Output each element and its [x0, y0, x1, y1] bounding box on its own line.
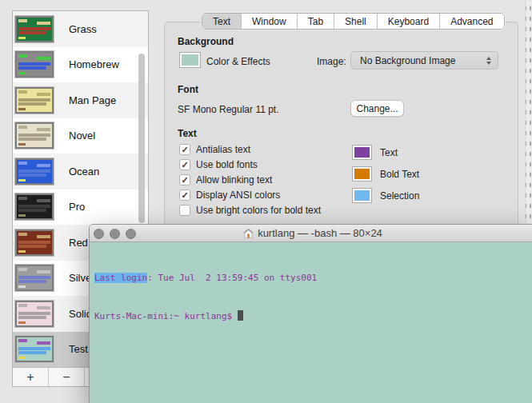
color-well-fill: [354, 147, 370, 158]
checkmark-icon: ✓: [181, 176, 188, 185]
profile-row-man-page[interactable]: Man Page: [13, 82, 148, 118]
terminal-cursor: [238, 310, 243, 321]
color-well-label: Text: [380, 147, 398, 158]
profile-thumbnail: [15, 301, 54, 327]
desktop-edge-strip: [525, 0, 532, 225]
tab-advanced[interactable]: Advanced: [440, 14, 503, 29]
profile-thumbnail: [15, 336, 54, 362]
tab-keyboard[interactable]: Keyboard: [378, 14, 440, 29]
change-font-button[interactable]: Change...: [350, 100, 404, 117]
checkbox-row-allow-blinking-text[interactable]: ✓ Allow blinking text: [179, 174, 321, 186]
color-well-label: Bold Text: [380, 169, 419, 180]
home-folder-icon: [243, 229, 254, 238]
tab-text[interactable]: Text: [202, 14, 242, 29]
text-section-title: Text: [178, 128, 197, 139]
minimize-button[interactable]: [110, 229, 120, 239]
settings-tabbar: TextWindowTabShellKeyboardAdvanced: [202, 13, 505, 30]
traffic-lights: [94, 229, 136, 239]
dropdown-chevrons-icon: [486, 57, 491, 65]
font-section-title: Font: [178, 84, 198, 95]
checkbox[interactable]: ✓: [179, 190, 190, 201]
checkbox[interactable]: ✓: [179, 159, 190, 170]
terminal-line-1: Last login: Tue Jul 2 13:59:45 on ttys00…: [94, 272, 532, 285]
color-well-label: Selection: [380, 190, 419, 202]
checkbox-label: Antialias text: [196, 144, 250, 155]
checkbox-row-antialias-text[interactable]: ✓ Antialias text: [179, 144, 321, 155]
profile-label: Man Page: [69, 94, 116, 106]
color-well-row-bold-text: Bold Text: [352, 166, 419, 182]
selected-text: Last login: [94, 273, 147, 283]
profile-thumbnail: [15, 51, 54, 78]
terminal-line-2: Kurts-Mac-mini:~ kurtlang$: [94, 310, 532, 323]
checkbox[interactable]: ✓: [179, 174, 190, 186]
profile-label: Test: [69, 343, 88, 355]
profile-label: Homebrew: [69, 58, 119, 70]
profile-label: Grass: [69, 23, 97, 35]
tab-window[interactable]: Window: [242, 14, 298, 29]
profile-row-novel[interactable]: Novel: [13, 118, 148, 154]
tab-shell[interactable]: Shell: [334, 14, 378, 29]
profile-label: Pro: [69, 201, 85, 213]
checkbox-label: Use bright colors for bold text: [196, 205, 321, 216]
color-well[interactable]: [352, 166, 372, 182]
profile-thumbnail: [15, 87, 54, 114]
profile-row-homebrew[interactable]: Homebrew: [13, 47, 148, 83]
profile-thumbnail: [15, 265, 54, 291]
add-profile-button[interactable]: +: [13, 368, 49, 386]
profiles-scrollbar-thumb[interactable]: [138, 54, 145, 223]
profile-row-pro[interactable]: Pro: [13, 190, 148, 225]
checkbox-label: Display ANSI colors: [196, 190, 280, 201]
zoom-button[interactable]: [126, 229, 136, 239]
checkmark-icon: ✓: [181, 146, 188, 154]
color-well-row-selection: Selection: [352, 188, 419, 203]
profile-row-ocean[interactable]: Ocean: [13, 154, 148, 190]
checkbox-row-use-bold-fonts[interactable]: ✓ Use bold fonts: [179, 159, 321, 170]
color-well-group: Text Bold Text Selection: [352, 145, 419, 203]
profile-thumbnail: [15, 16, 54, 42]
background-image-value: No Background Image: [360, 55, 486, 66]
background-color-swatch-fill: [182, 54, 198, 66]
color-well[interactable]: [352, 145, 372, 160]
background-image-dropdown[interactable]: No Background Image: [350, 51, 498, 70]
checkbox-row-display-ansi-colors[interactable]: ✓ Display ANSI colors: [179, 190, 321, 201]
profile-thumbnail: [15, 122, 54, 149]
profile-label: Ocean: [69, 166, 99, 178]
color-well-row-text: Text: [352, 145, 419, 160]
checkmark-icon: ✓: [181, 161, 188, 170]
terminal-content[interactable]: Last login: Tue Jul 2 13:59:45 on ttys00…: [90, 242, 532, 403]
image-label: Image:: [317, 56, 346, 67]
profile-thumbnail: [15, 158, 54, 185]
close-button[interactable]: [94, 229, 104, 239]
terminal-title: kurtlang — -bash — 80×24: [243, 227, 382, 239]
profile-thumbnail: [15, 229, 54, 256]
profile-row-grass[interactable]: Grass: [13, 11, 148, 47]
terminal-title-text: kurtlang — -bash — 80×24: [258, 227, 382, 239]
background-color-swatch[interactable]: [179, 52, 201, 68]
terminal-window: kurtlang — -bash — 80×24 Last login: Tue…: [89, 224, 532, 403]
terminal-titlebar[interactable]: kurtlang — -bash — 80×24: [90, 225, 532, 242]
checkbox-label: Allow blinking text: [196, 174, 272, 186]
checkbox[interactable]: ✓: [179, 144, 190, 155]
color-effects-label: Color & Effects: [206, 56, 270, 67]
checkmark-icon: ✓: [181, 191, 188, 200]
font-value-label: SF Mono Regular 11 pt.: [178, 104, 279, 115]
screen: { "sidebar": { "selected_index": 9, "ite…: [0, 0, 532, 403]
remove-profile-button[interactable]: −: [49, 368, 85, 386]
checkbox-label: Use bold fonts: [196, 159, 258, 170]
text-checkbox-group: ✓ Antialias text ✓ Use bold fonts ✓ Allo…: [179, 144, 321, 216]
profile-thumbnail: [15, 194, 54, 220]
background-section-title: Background: [178, 36, 234, 47]
color-well[interactable]: [352, 188, 372, 203]
checkbox[interactable]: ✓: [179, 205, 190, 216]
tab-tab[interactable]: Tab: [298, 14, 334, 29]
profile-label: Novel: [69, 130, 95, 142]
color-well-fill: [354, 169, 370, 179]
checkbox-row-use-bright-colors-for-bold-text[interactable]: ✓ Use bright colors for bold text: [179, 205, 321, 216]
color-well-fill: [354, 190, 370, 201]
